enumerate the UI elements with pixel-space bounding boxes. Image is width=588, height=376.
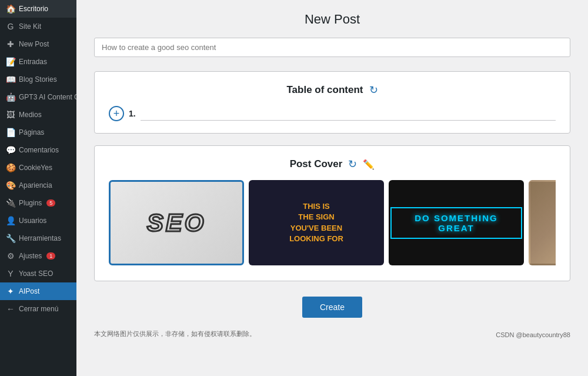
- toc-title: Table of content: [286, 84, 363, 96]
- sidebar-item-blog-stories[interactable]: 📖Blog Stories: [0, 71, 76, 88]
- footer-csdn: CSDN @beautycountry88: [496, 331, 570, 338]
- sidebar-label-ajustes: Ajustes: [19, 252, 42, 260]
- post-cover-header: Post Cover ↻ ✏️: [109, 158, 556, 171]
- sidebar-icon-cerrar-menu: ←: [6, 304, 15, 314]
- sidebar-item-aipost[interactable]: ✦AIPost: [0, 282, 76, 300]
- sidebar-label-comentarios: Comentarios: [19, 146, 59, 154]
- seo-text: SEO: [147, 209, 206, 237]
- sidebar-item-plugins[interactable]: 🔌Plugins5: [0, 194, 76, 212]
- sidebar-label-entradas: Entradas: [19, 58, 47, 66]
- sidebar-icon-cookieyes: 🍪: [6, 163, 15, 172]
- sidebar-icon-gpt3-ai: 🤖: [6, 92, 15, 102]
- toc-item-input[interactable]: [141, 107, 556, 121]
- toc-header: Table of content ↻: [109, 84, 556, 97]
- sidebar-label-aipost: AIPost: [19, 287, 39, 295]
- sidebar-label-medios: Medios: [19, 111, 42, 119]
- sidebar-label-gpt3-ai: GPT3 AI Content Generator: [19, 93, 76, 101]
- sidebar-icon-new-post: ✚: [6, 39, 15, 49]
- toc-number: 1.: [129, 109, 136, 118]
- sidebar-item-medios[interactable]: 🖼Medios: [0, 106, 76, 124]
- sidebar-icon-comentarios: 💬: [6, 145, 15, 155]
- sidebar-icon-apariencia: 🎨: [6, 181, 15, 190]
- create-button[interactable]: Create: [302, 297, 362, 318]
- sidebar-icon-paginas: 📄: [6, 128, 15, 137]
- sidebar-item-ajustes[interactable]: ⚙Ajustes1: [0, 247, 76, 265]
- sidebar-icon-entradas: 📝: [6, 57, 15, 66]
- sidebar-item-herramientas[interactable]: 🔧Herramientas: [0, 229, 76, 247]
- sidebar-item-new-post[interactable]: ✚New Post: [0, 35, 76, 53]
- sidebar-item-cookieyes[interactable]: 🍪CookieYes: [0, 159, 76, 177]
- sidebar-item-gpt3-ai[interactable]: 🤖GPT3 AI Content Generator: [0, 88, 76, 106]
- sidebar-item-site-kit[interactable]: GSite Kit: [0, 18, 76, 35]
- sidebar-item-comentarios[interactable]: 💬Comentarios: [0, 141, 76, 159]
- sidebar-label-paginas: Páginas: [19, 128, 44, 137]
- neon-text: THIS ISTHE SIGNYOU'VE BEENLOOKING FOR: [289, 201, 343, 244]
- sidebar-item-cerrar-menu[interactable]: ←Cerrar menú: [0, 300, 76, 318]
- sidebar-item-yoast-seo[interactable]: YYoast SEO: [0, 265, 76, 282]
- sidebar-item-escritorio[interactable]: 🏠Escritorio: [0, 0, 76, 18]
- sidebar-icon-escritorio: 🏠: [6, 4, 15, 14]
- post-cover-section: Post Cover ↻ ✏️ SEO THIS ISTHE SIGNYOU'V…: [94, 145, 570, 281]
- cover-image-neon[interactable]: THIS ISTHE SIGNYOU'VE BEENLOOKING FOR: [249, 180, 384, 265]
- great-text: DO SOMETHING GREAT: [390, 207, 522, 239]
- sidebar-label-apariencia: Apariencia: [19, 181, 52, 189]
- sidebar-label-usuarios: Usuarios: [19, 217, 46, 225]
- cover-edit-icon[interactable]: ✏️: [363, 159, 375, 170]
- sidebar-label-herramientas: Herramientas: [19, 234, 61, 242]
- footer-note: 本文网络图片仅供展示，非存储，如有侵权请联系删除。: [94, 330, 256, 338]
- page-title: New Post: [305, 12, 360, 27]
- toc-refresh-icon[interactable]: ↻: [369, 84, 378, 97]
- cover-image-seo[interactable]: SEO: [109, 180, 244, 265]
- sidebar-icon-blog-stories: 📖: [6, 75, 15, 84]
- sidebar-label-new-post: New Post: [19, 40, 49, 48]
- sidebar-icon-aipost: ✦: [6, 287, 15, 296]
- sidebar-icon-usuarios: 👤: [6, 216, 15, 225]
- cover-image-great[interactable]: DO SOMETHING GREAT: [389, 180, 524, 265]
- sidebar-label-cookieyes: CookieYes: [19, 164, 52, 172]
- sidebar-icon-site-kit: G: [6, 22, 15, 31]
- sidebar-item-entradas[interactable]: 📝Entradas: [0, 53, 76, 71]
- cover-refresh-icon[interactable]: ↻: [348, 158, 357, 171]
- sidebar-label-site-kit: Site Kit: [19, 22, 41, 31]
- sidebar-icon-ajustes: ⚙: [6, 251, 15, 261]
- sidebar-label-escritorio: Escritorio: [19, 5, 48, 13]
- sidebar-label-plugins: Plugins: [19, 199, 42, 207]
- toc-row: + 1.: [109, 106, 556, 121]
- sidebar: 🏠EscritorioGSite Kit✚New Post📝Entradas📖B…: [0, 0, 76, 376]
- sidebar-label-cerrar-menu: Cerrar menú: [19, 305, 58, 313]
- cover-image-partial[interactable]: [529, 180, 556, 265]
- sidebar-badge-ajustes: 1: [46, 252, 55, 259]
- toc-add-button[interactable]: +: [109, 106, 124, 121]
- post-cover-title: Post Cover: [290, 158, 343, 170]
- sidebar-icon-yoast-seo: Y: [6, 269, 15, 278]
- sidebar-item-usuarios[interactable]: 👤Usuarios: [0, 212, 76, 229]
- sidebar-icon-herramientas: 🔧: [6, 234, 15, 243]
- sidebar-label-blog-stories: Blog Stories: [19, 75, 57, 84]
- main-content: New Post Table of content ↻ + 1. Post Co…: [76, 0, 588, 376]
- sidebar-badge-plugins: 5: [46, 199, 55, 207]
- sidebar-item-apariencia[interactable]: 🎨Apariencia: [0, 177, 76, 194]
- toc-plus-icon: +: [113, 108, 120, 119]
- cover-images-wrapper: SEO THIS ISTHE SIGNYOU'VE BEENLOOKING FO…: [109, 180, 556, 269]
- toc-section: Table of content ↻ + 1.: [94, 71, 570, 134]
- post-title-input[interactable]: [94, 38, 570, 57]
- sidebar-icon-medios: 🖼: [6, 110, 15, 119]
- sidebar-icon-plugins: 🔌: [6, 198, 15, 208]
- sidebar-item-paginas[interactable]: 📄Páginas: [0, 124, 76, 141]
- cover-images-list: SEO THIS ISTHE SIGNYOU'VE BEENLOOKING FO…: [109, 180, 556, 269]
- sidebar-label-yoast-seo: Yoast SEO: [19, 269, 53, 278]
